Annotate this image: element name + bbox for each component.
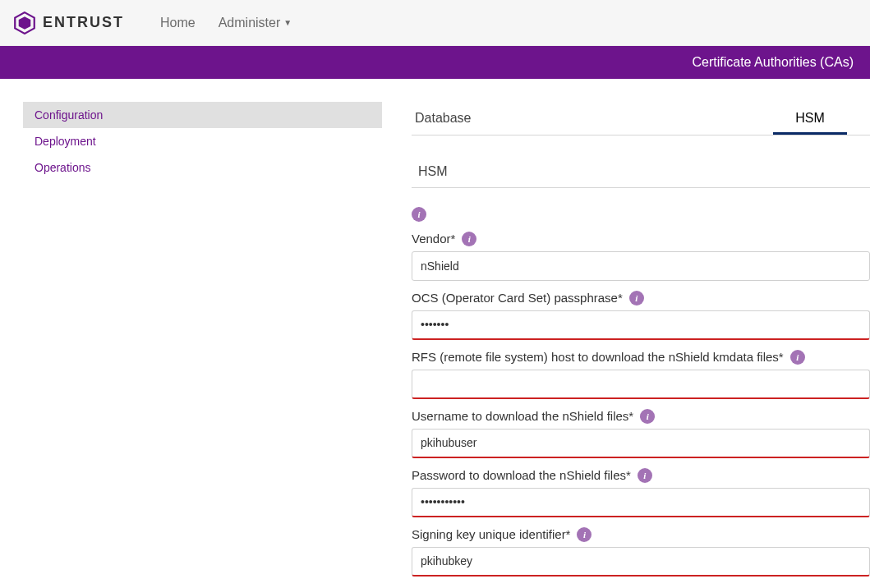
nav-home[interactable]: Home (149, 16, 207, 30)
info-icon[interactable]: i (638, 468, 652, 483)
vendor-label: Vendor*i (412, 232, 870, 246)
ocs-label: OCS (Operator Card Set) passphrase*i (412, 291, 870, 305)
username-input[interactable] (412, 429, 870, 458)
rfs-label: RFS (remote file system) host to downloa… (412, 350, 870, 365)
nav-administer[interactable]: Administer▼ (207, 16, 303, 30)
signing-key-label: Signing key unique identifier*i (412, 527, 870, 542)
sidebar-item-deployment[interactable]: Deployment (23, 128, 382, 154)
brand-text: ENTRUST (43, 14, 124, 31)
brand-logo[interactable]: ENTRUST (13, 11, 124, 34)
password-input[interactable] (412, 488, 870, 517)
info-icon[interactable]: i (412, 207, 426, 222)
password-label: Password to download the nShield files*i (412, 468, 870, 483)
info-icon[interactable]: i (462, 232, 476, 246)
vendor-input[interactable] (412, 251, 870, 281)
username-label: Username to download the nShield files*i (412, 409, 870, 424)
page-title-bar: Certificate Authorities (CAs) (0, 46, 870, 79)
tab-database[interactable]: Database (412, 102, 773, 135)
rfs-host-input[interactable] (412, 370, 870, 399)
sidebar-item-configuration[interactable]: Configuration (23, 102, 382, 128)
top-nav: ENTRUST Home Administer▼ (0, 0, 870, 46)
ocs-passphrase-input[interactable] (412, 310, 870, 340)
content-area: Database HSM HSM i Vendor*i OCS (Operato… (382, 102, 870, 585)
info-icon[interactable]: i (640, 409, 655, 424)
tab-hsm[interactable]: HSM (773, 102, 847, 135)
svg-marker-1 (19, 16, 31, 30)
entrust-hex-icon (13, 11, 36, 34)
section-header: HSM (412, 155, 870, 188)
info-icon[interactable]: i (790, 350, 805, 365)
page-title: Certificate Authorities (CAs) (692, 55, 854, 70)
info-icon[interactable]: i (577, 527, 592, 542)
sidebar: Configuration Deployment Operations (0, 102, 382, 585)
signing-key-input[interactable] (412, 547, 870, 577)
tabs: Database HSM (412, 102, 870, 136)
info-icon[interactable]: i (629, 291, 644, 305)
sidebar-item-operations[interactable]: Operations (23, 154, 382, 181)
section-title: HSM (418, 164, 448, 179)
caret-down-icon: ▼ (283, 18, 292, 27)
